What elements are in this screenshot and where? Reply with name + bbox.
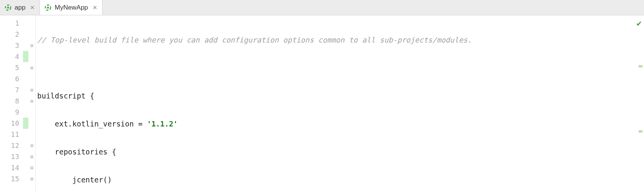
line-number: 7 bbox=[0, 84, 19, 95]
fold-end-icon[interactable]: ⊟ bbox=[28, 151, 35, 162]
fold-toggle-icon[interactable]: ⊟ bbox=[28, 95, 35, 107]
svg-point-3 bbox=[47, 7, 49, 8]
tab-app[interactable]: app ✕ bbox=[0, 0, 40, 15]
inspection-ok-icon: ✔ bbox=[637, 18, 642, 28]
line-number: 5 bbox=[0, 62, 19, 73]
code-text: buildscript { bbox=[37, 92, 94, 100]
fold-end-icon[interactable]: ⊟ bbox=[28, 84, 35, 95]
fold-toggle-icon[interactable]: ⊟ bbox=[28, 140, 35, 151]
code-text: repositories { bbox=[37, 148, 116, 156]
line-number: 15 bbox=[0, 173, 19, 184]
fold-toggle-icon[interactable]: ⊟ bbox=[28, 62, 35, 73]
code-text: ext.kotlin_version = bbox=[37, 120, 147, 128]
gradle-icon bbox=[45, 4, 51, 11]
change-marker bbox=[23, 118, 28, 129]
line-number: 14 bbox=[0, 162, 19, 173]
close-icon[interactable]: ✕ bbox=[92, 4, 97, 11]
line-number-gutter: 1 2 3 4 5 6 7 8 9 10 11 12 13 14 15 bbox=[0, 15, 23, 192]
line-number: 11 bbox=[0, 129, 19, 140]
line-number: 2 bbox=[0, 29, 19, 40]
line-number: 9 bbox=[0, 107, 19, 118]
tab-mynewapp[interactable]: MyNewApp ✕ bbox=[40, 0, 102, 15]
code-area[interactable]: // Top-level build file where you can ad… bbox=[35, 15, 632, 192]
code-string: '1.1.2' bbox=[147, 120, 178, 128]
gradle-icon bbox=[5, 4, 12, 11]
editor[interactable]: 1 2 3 4 5 6 7 8 9 10 11 12 13 14 15 ⊟ ⊟ … bbox=[0, 15, 644, 192]
change-highlight-gutter bbox=[23, 15, 28, 192]
inspection-marker[interactable] bbox=[639, 130, 642, 133]
line-number: 1 bbox=[0, 18, 19, 29]
line-number: 3 bbox=[0, 40, 19, 51]
code-text: jcenter() bbox=[37, 176, 112, 184]
line-number: 13 bbox=[0, 151, 19, 162]
fold-gutter: ⊟ ⊟ ⊟ ⊟ ⊟ ⊟ ⊟ ⊟ bbox=[28, 15, 35, 192]
fold-toggle-icon[interactable]: ⊟ bbox=[28, 40, 35, 51]
fold-end-icon[interactable]: ⊟ bbox=[28, 162, 35, 173]
fold-end-icon[interactable]: ⊟ bbox=[28, 173, 35, 184]
inspection-marker[interactable] bbox=[639, 65, 642, 67]
inspection-strip: ✔ bbox=[632, 15, 644, 192]
line-number: 4 bbox=[0, 51, 19, 62]
code-text: // Top-level build file where you can ad… bbox=[37, 36, 472, 44]
svg-point-1 bbox=[7, 7, 9, 8]
line-number: 10 bbox=[0, 118, 19, 129]
line-number: 12 bbox=[0, 140, 19, 151]
line-number: 6 bbox=[0, 73, 19, 84]
change-marker bbox=[23, 51, 28, 62]
close-icon[interactable]: ✕ bbox=[30, 4, 35, 11]
tab-label: app bbox=[15, 4, 25, 11]
line-number: 8 bbox=[0, 95, 19, 107]
tab-label: MyNewApp bbox=[54, 4, 88, 11]
tab-bar: app ✕ MyNewApp ✕ bbox=[0, 0, 644, 15]
